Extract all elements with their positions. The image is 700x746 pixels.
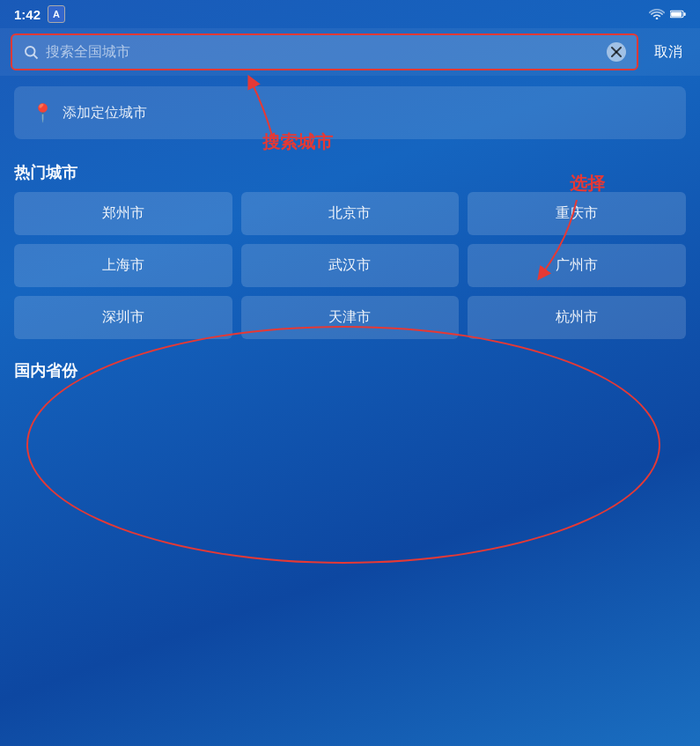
location-card-label: 添加定位城市 (63, 104, 147, 122)
svg-line-4 (33, 55, 37, 58)
status-left: 1:42 A (14, 5, 65, 23)
location-pin-icon: 📍 (32, 102, 54, 123)
city-btn-wuhan[interactable]: 武汉市 (241, 244, 460, 287)
city-btn-chongqing[interactable]: 重庆市 (468, 192, 686, 235)
location-card[interactable]: 📍 添加定位城市 (14, 86, 686, 139)
cancel-button[interactable]: 取消 (647, 40, 689, 65)
keyboard-icon: A (48, 5, 65, 23)
city-btn-tianjin[interactable]: 天津市 (241, 296, 460, 339)
time-display: 1:42 (14, 7, 41, 22)
city-btn-shenzhen[interactable]: 深圳市 (14, 296, 232, 339)
city-btn-zhengzhou[interactable]: 郑州市 (14, 192, 232, 235)
svg-rect-2 (671, 11, 682, 16)
province-title: 国内省份 (0, 348, 700, 390)
clear-button[interactable] (607, 42, 626, 62)
wifi-icon (649, 9, 665, 19)
city-btn-beijing[interactable]: 北京市 (241, 192, 460, 235)
search-bar-area: 取消 (0, 28, 700, 76)
city-btn-hangzhou[interactable]: 杭州市 (468, 296, 686, 339)
search-input[interactable] (46, 44, 600, 60)
battery-icon (670, 9, 686, 19)
search-icon (23, 44, 39, 60)
city-btn-shanghai[interactable]: 上海市 (14, 244, 232, 287)
city-grid: 郑州市 北京市 重庆市 上海市 武汉市 广州市 深圳市 天津市 杭州市 (0, 192, 700, 348)
search-input-wrapper[interactable] (11, 33, 638, 70)
city-btn-guangzhou[interactable]: 广州市 (468, 244, 686, 287)
status-bar: 1:42 A (0, 0, 700, 28)
hot-cities-title: 热门城市 (0, 150, 700, 192)
status-right (649, 9, 686, 19)
svg-rect-1 (684, 12, 686, 16)
svg-point-3 (26, 47, 35, 56)
